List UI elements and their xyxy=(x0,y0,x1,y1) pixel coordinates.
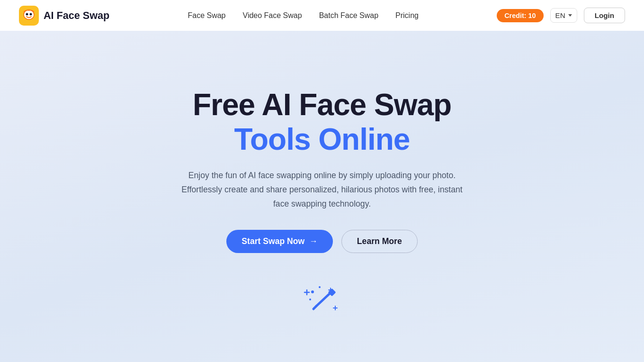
svg-point-2 xyxy=(26,13,28,15)
hero-subtitle: Enjoy the fun of AI face swapping online… xyxy=(175,169,469,211)
chevron-down-icon xyxy=(568,14,572,17)
arrow-icon: → xyxy=(309,236,318,246)
hero-title: Free AI Face Swap Tools Online xyxy=(193,88,451,157)
credit-badge: Credit: 10 xyxy=(497,9,543,22)
nav-video-face-swap[interactable]: Video Face Swap xyxy=(243,11,302,19)
login-button[interactable]: Login xyxy=(584,8,625,23)
nav-links: Face Swap Video Face Swap Batch Face Swa… xyxy=(188,11,418,20)
hero-title-line2: Tools Online xyxy=(193,122,451,157)
nav-pricing[interactable]: Pricing xyxy=(395,11,419,19)
hero-buttons: Start Swap Now → Learn More xyxy=(226,230,417,253)
nav-right: Credit: 10 EN Login xyxy=(497,8,625,23)
lang-label: EN xyxy=(555,11,565,19)
svg-line-15 xyxy=(313,306,316,309)
hero-section: Free AI Face Swap Tools Online Enjoy the… xyxy=(0,31,644,362)
navbar: AI Face Swap Face Swap Video Face Swap B… xyxy=(0,0,644,31)
start-swap-button[interactable]: Start Swap Now → xyxy=(226,230,333,253)
learn-more-label: Learn More xyxy=(357,236,402,246)
nav-batch-face-swap[interactable]: Batch Face Swap xyxy=(319,11,378,19)
svg-point-5 xyxy=(319,286,321,288)
logo-icon xyxy=(19,6,39,26)
svg-line-13 xyxy=(316,292,331,306)
nav-face-swap[interactable]: Face Swap xyxy=(188,11,225,19)
hero-title-line1: Free AI Face Swap xyxy=(193,88,451,122)
svg-point-6 xyxy=(309,299,311,300)
svg-point-1 xyxy=(24,10,34,19)
magic-wand-icon xyxy=(303,281,341,319)
svg-point-3 xyxy=(30,13,32,15)
magic-icon-wrap xyxy=(303,281,341,319)
start-swap-label: Start Swap Now xyxy=(242,236,304,246)
svg-point-4 xyxy=(311,290,314,293)
logo-text: AI Face Swap xyxy=(44,9,109,22)
logo-link[interactable]: AI Face Swap xyxy=(19,6,109,26)
learn-more-button[interactable]: Learn More xyxy=(341,230,418,253)
lang-selector[interactable]: EN xyxy=(550,8,577,23)
